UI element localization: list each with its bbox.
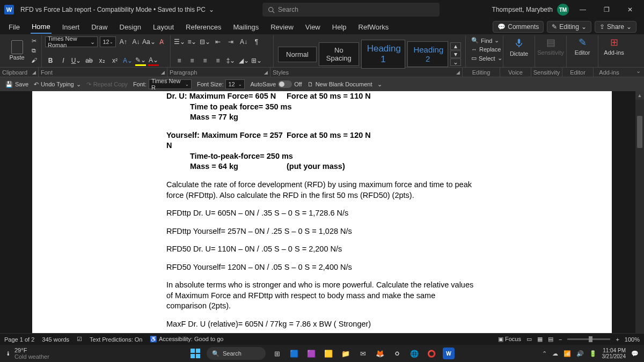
replace-button[interactable]: ↔Replace xyxy=(469,46,500,53)
spellcheck-icon[interactable]: ☑ xyxy=(77,336,82,343)
tab-draw[interactable]: Draw xyxy=(90,21,108,33)
copilot-icon[interactable]: ⭘ xyxy=(391,348,403,359)
taskbar-search[interactable]: 🔍Search xyxy=(207,347,266,360)
task-view-icon[interactable]: ⊞ xyxy=(271,348,283,359)
editing-mode-button[interactable]: ✎Editing ⌄ xyxy=(547,21,591,33)
shrink-font-button[interactable]: A↓ xyxy=(131,36,142,47)
align-left-button[interactable]: ≡ xyxy=(174,55,185,66)
style-heading-2[interactable]: Heading 2 xyxy=(407,41,448,67)
explorer-icon[interactable]: 📁 xyxy=(340,348,352,359)
word-taskbar-icon[interactable]: W xyxy=(443,348,455,359)
qat-font-select[interactable]: Times New R⌄ xyxy=(149,79,192,89)
dialog-launcher-icon[interactable]: ◢ xyxy=(264,70,268,75)
clock[interactable]: 11:04 PM3/21/2024 xyxy=(602,348,626,359)
edge-icon[interactable]: 🌐 xyxy=(408,348,420,359)
read-mode-icon[interactable]: ▭ xyxy=(526,336,532,343)
tab-help[interactable]: Help xyxy=(331,21,348,33)
align-center-button[interactable]: ≡ xyxy=(187,55,197,66)
scroll-up-icon[interactable]: ▲ xyxy=(635,91,644,100)
zoom-level[interactable]: 100% xyxy=(625,336,640,343)
close-button[interactable]: ✕ xyxy=(620,0,640,19)
shading-button[interactable]: ◢⌄ xyxy=(238,55,249,66)
app-icon[interactable]: 🟦 xyxy=(288,348,300,359)
dialog-launcher-icon[interactable]: ◢ xyxy=(456,70,460,75)
zoom-out-button[interactable]: − xyxy=(559,336,562,343)
subscript-button[interactable]: x₂ xyxy=(97,55,107,66)
tab-refworks[interactable]: RefWorks xyxy=(357,21,390,33)
avatar[interactable]: TM xyxy=(557,4,569,16)
addins-button[interactable]: ⊞Add-ins xyxy=(602,36,626,56)
dialog-launcher-icon[interactable]: ◢ xyxy=(161,70,165,75)
tab-review[interactable]: Review xyxy=(269,21,295,33)
font-size-select[interactable]: 12⌄ xyxy=(100,36,116,47)
qat-overflow-icon[interactable]: ⌄ xyxy=(377,81,382,88)
restore-button[interactable]: ❐ xyxy=(597,0,616,19)
justify-button[interactable]: ≡ xyxy=(213,55,223,66)
format-painter-icon[interactable]: 🖌 xyxy=(30,56,38,64)
user-name[interactable]: Thompsett, Marybeth xyxy=(492,6,553,13)
multilevel-button[interactable]: ⊟⌄ xyxy=(200,36,210,47)
app-icon[interactable]: 🟪 xyxy=(305,348,317,359)
borders-button[interactable]: ⊞⌄ xyxy=(251,55,262,66)
undo-button[interactable]: ↶Undo Typing⌄ xyxy=(34,81,81,88)
numbering-button[interactable]: ≡⌄ xyxy=(187,36,197,47)
dialog-launcher-icon[interactable]: ◢ xyxy=(32,70,36,75)
accessibility-status[interactable]: ♿ Accessibility: Good to go xyxy=(150,336,223,343)
print-layout-icon[interactable]: ▦ xyxy=(537,336,543,343)
sort-button[interactable]: A↓ xyxy=(238,36,249,47)
font-color-button[interactable]: A⌄ xyxy=(148,55,159,66)
decrease-indent-button[interactable]: ⇤ xyxy=(213,36,223,47)
zoom-in-button[interactable]: + xyxy=(616,336,619,343)
qat-size-select[interactable]: 12⌄ xyxy=(225,79,245,89)
chrome-icon[interactable]: ⭕ xyxy=(426,348,437,359)
weather-widget[interactable]: 🌡 29°FCold weather xyxy=(5,347,49,360)
search-input[interactable]: Search xyxy=(262,3,440,17)
vertical-scrollbar[interactable]: ▲ ▼ xyxy=(635,91,644,342)
clear-format-button[interactable]: A̷ xyxy=(156,36,167,47)
editor-button[interactable]: ✎Editor xyxy=(570,36,595,56)
start-button[interactable] xyxy=(189,348,201,359)
find-button[interactable]: 🔍Find⌄ xyxy=(469,36,500,45)
style-heading-1[interactable]: Heading 1 xyxy=(361,40,406,69)
tab-layout[interactable]: Layout xyxy=(152,21,175,33)
word-app-icon[interactable]: W xyxy=(4,5,14,14)
autosave-toggle[interactable]: AutoSaveOff xyxy=(250,80,302,88)
grow-font-button[interactable]: A↑ xyxy=(118,36,129,47)
comments-button[interactable]: 💬Comments xyxy=(493,21,544,33)
document-page[interactable]: Dr. U: Maximum Force= 605 NForce at 50 m… xyxy=(32,91,612,342)
firefox-icon[interactable]: 🦊 xyxy=(374,348,386,359)
tab-file[interactable]: File xyxy=(8,21,21,33)
tab-insert[interactable]: Insert xyxy=(61,21,81,33)
volume-icon[interactable]: 🔊 xyxy=(576,350,584,357)
word-count[interactable]: 345 words xyxy=(42,336,69,343)
onedrive-icon[interactable]: ☁ xyxy=(552,350,558,357)
text-predictions[interactable]: Text Predictions: On xyxy=(90,336,142,343)
superscript-button[interactable]: x² xyxy=(109,55,120,66)
styles-more-icon[interactable]: ⌄ xyxy=(450,58,461,66)
title-dropdown-icon[interactable]: ⌄ xyxy=(209,6,214,13)
italic-button[interactable]: I xyxy=(58,55,69,66)
document-title[interactable]: RFD vs Force Lab report - Compatibility … xyxy=(20,6,206,13)
tray-chevron-icon[interactable]: ⌃ xyxy=(542,350,547,357)
styles-down-icon[interactable]: ▾ xyxy=(450,50,461,58)
align-right-button[interactable]: ≡ xyxy=(200,55,210,66)
scroll-thumb[interactable] xyxy=(637,116,642,148)
minimize-button[interactable]: — xyxy=(573,0,592,19)
app-icon[interactable]: 🟨 xyxy=(323,348,334,359)
tab-view[interactable]: View xyxy=(304,21,321,33)
underline-button[interactable]: U⌄ xyxy=(71,55,82,66)
style-no-spacing[interactable]: No Spacing xyxy=(319,42,359,66)
page-status[interactable]: Page 1 of 2 xyxy=(4,336,34,343)
highlight-button[interactable]: ✎⌄ xyxy=(135,55,146,66)
focus-button[interactable]: ▣ Focus xyxy=(498,336,521,343)
text-effects-button[interactable]: A⌄ xyxy=(122,55,133,66)
web-layout-icon[interactable]: ▤ xyxy=(548,336,553,343)
wifi-icon[interactable]: 📶 xyxy=(564,350,571,357)
battery-icon[interactable]: 🔋 xyxy=(589,350,597,357)
save-button[interactable]: 💾Save xyxy=(5,81,28,88)
font-name-select[interactable]: Times New Roman⌄ xyxy=(45,36,98,47)
tab-references[interactable]: References xyxy=(185,21,222,33)
increase-indent-button[interactable]: ⇥ xyxy=(225,36,236,47)
tab-mailings[interactable]: Mailings xyxy=(232,21,260,33)
tab-design[interactable]: Design xyxy=(119,21,142,33)
